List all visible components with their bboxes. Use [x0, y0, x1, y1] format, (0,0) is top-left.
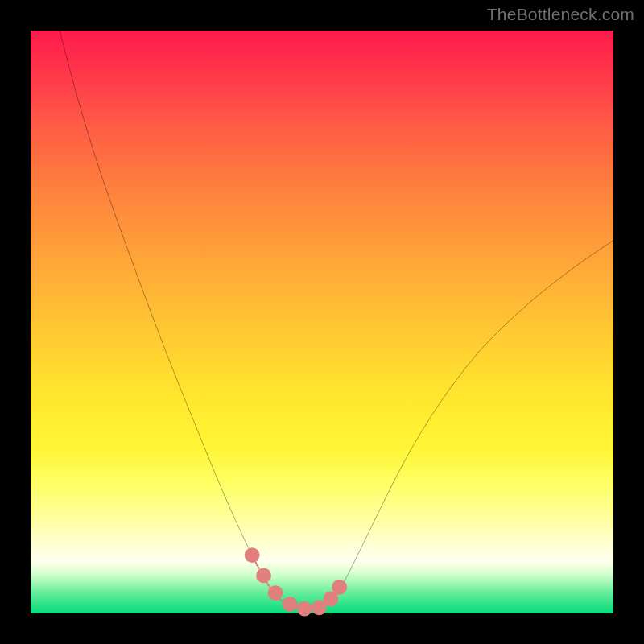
- svg-point-4: [297, 601, 312, 617]
- watermark-text: TheBottleneck.com: [487, 5, 634, 24]
- chart-frame: TheBottleneck.com: [0, 0, 644, 644]
- plot-area: [31, 31, 613, 613]
- curve-path: [60, 31, 613, 609]
- svg-point-7: [332, 580, 347, 595]
- svg-point-2: [268, 585, 283, 601]
- valley-markers: [245, 547, 347, 616]
- bottleneck-curve-svg: [31, 31, 613, 613]
- svg-point-0: [245, 547, 260, 563]
- svg-point-1: [256, 568, 271, 584]
- svg-point-3: [283, 597, 298, 612]
